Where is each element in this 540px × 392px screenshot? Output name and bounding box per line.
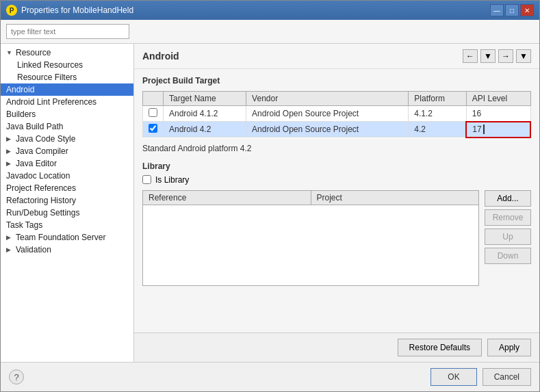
sidebar-item-refactoring[interactable]: Refactoring History — [1, 194, 133, 207]
lib-col-reference: Reference — [143, 191, 311, 205]
sidebar-item-validation[interactable]: ▶ Validation — [1, 244, 133, 256]
sidebar-item-resource-filters[interactable]: Resource Filters — [1, 71, 133, 83]
expand-icon: ▶ — [6, 246, 13, 253]
sidebar: ▼ Resource Linked Resources Resource Fil… — [1, 44, 134, 362]
is-library-label: Is Library — [155, 175, 189, 185]
std-platform-text: Standard Android platform 4.2 — [142, 144, 531, 153]
restore-defaults-button[interactable]: Restore Defaults — [398, 339, 482, 356]
row2-checkbox[interactable] — [149, 124, 157, 133]
col-platform: Platform — [409, 92, 467, 106]
sidebar-item-task-tags[interactable]: Task Tags — [1, 219, 133, 231]
row2-api: 17 — [466, 122, 530, 138]
sidebar-item-project-references[interactable]: Project References — [1, 182, 133, 194]
close-button[interactable]: ✕ — [520, 4, 534, 16]
lib-table-body — [143, 205, 478, 285]
row1-checkbox[interactable] — [149, 108, 157, 117]
row1-api: 16 — [466, 106, 530, 122]
row2-platform: 4.2 — [409, 122, 467, 138]
row1-vendor: Android Open Source Project — [246, 106, 409, 122]
filter-bar — [1, 20, 539, 44]
nav-forward-button[interactable]: → — [498, 49, 513, 63]
expand-icon: ▶ — [6, 234, 13, 241]
filter-input[interactable] — [6, 24, 129, 39]
table-row[interactable]: Android 4.2 Android Open Source Project … — [143, 122, 531, 138]
expand-icon: ▶ — [6, 148, 13, 155]
library-table: Reference Project — [142, 190, 479, 286]
build-target-table: Target Name Vendor Platform API Level — [142, 91, 531, 138]
window-title: Properties for MobileHandHeld — [21, 5, 133, 15]
expand-icon: ▶ — [6, 135, 13, 142]
sidebar-item-resource[interactable]: ▼ Resource — [1, 47, 133, 59]
window-icon: P — [6, 5, 17, 16]
table-row[interactable]: Android 4.1.2 Android Open Source Projec… — [143, 106, 531, 122]
col-target-name: Target Name — [164, 92, 246, 106]
panel-header: Android ← ▼ → ▼ — [134, 44, 539, 69]
library-section: Library Is Library Reference Project — [142, 161, 531, 286]
panel-body: Project Build Target Target Name Vendor … — [134, 69, 539, 332]
properties-window: P Properties for MobileHandHeld ― □ ✕ ▼ … — [0, 0, 540, 392]
library-title: Library — [142, 161, 531, 171]
nav-dropdown-button[interactable]: ▼ — [480, 49, 496, 63]
col-vendor: Vendor — [246, 92, 409, 106]
col-api-level: API Level — [466, 92, 530, 106]
row1-platform: 4.1.2 — [409, 106, 467, 122]
add-button[interactable]: Add... — [485, 190, 531, 207]
sidebar-item-javadoc[interactable]: Javadoc Location — [1, 170, 133, 182]
up-button[interactable]: Up — [485, 228, 531, 245]
sidebar-item-team-foundation[interactable]: ▶ Team Foundation Server — [1, 231, 133, 244]
right-panel: Android ← ▼ → ▼ Project Build Target — [134, 44, 539, 362]
nav-menu-button[interactable]: ▼ — [516, 49, 531, 63]
remove-button[interactable]: Remove — [485, 209, 531, 226]
cursor — [483, 125, 490, 134]
help-icon[interactable]: ? — [9, 369, 24, 384]
sidebar-item-java-code-style[interactable]: ▶ Java Code Style — [1, 133, 133, 145]
sidebar-item-java-editor[interactable]: ▶ Java Editor — [1, 157, 133, 170]
maximize-button[interactable]: □ — [505, 4, 519, 16]
library-table-area: Reference Project Add... Remove Up Down — [142, 190, 531, 286]
nav-back-button[interactable]: ← — [463, 49, 478, 63]
row2-target-name: Android 4.2 — [164, 122, 246, 138]
sidebar-item-java-compiler[interactable]: ▶ Java Compiler — [1, 145, 133, 157]
sidebar-item-builders[interactable]: Builders — [1, 108, 133, 120]
col-check — [143, 92, 164, 106]
sidebar-item-run-debug[interactable]: Run/Debug Settings — [1, 207, 133, 219]
row2-vendor: Android Open Source Project — [246, 122, 409, 138]
ok-button[interactable]: OK — [430, 368, 476, 386]
title-bar: P Properties for MobileHandHeld ― □ ✕ — [1, 1, 539, 20]
is-library-checkbox[interactable] — [142, 175, 151, 184]
down-button[interactable]: Down — [485, 248, 531, 264]
expand-icon: ▶ — [6, 160, 13, 167]
row2-checkbox-cell[interactable] — [143, 122, 164, 138]
lib-buttons: Add... Remove Up Down — [485, 190, 531, 286]
build-target-title: Project Build Target — [142, 76, 531, 86]
sidebar-item-linked-resources[interactable]: Linked Resources — [1, 59, 133, 71]
expand-icon: ▼ — [6, 49, 13, 56]
sidebar-item-java-build-path[interactable]: Java Build Path — [1, 120, 133, 133]
content-area: ▼ Resource Linked Resources Resource Fil… — [1, 20, 539, 362]
minimize-button[interactable]: ― — [490, 4, 504, 16]
sidebar-item-android[interactable]: Android — [1, 83, 133, 96]
sidebar-item-android-lint[interactable]: Android Lint Preferences — [1, 96, 133, 108]
row1-target-name: Android 4.1.2 — [164, 106, 246, 122]
main-content: ▼ Resource Linked Resources Resource Fil… — [1, 44, 539, 362]
lib-col-project: Project — [311, 191, 479, 205]
dialog-bottom: ? OK Cancel — [1, 362, 539, 391]
is-library-row: Is Library — [142, 175, 531, 185]
row1-checkbox-cell[interactable] — [143, 106, 164, 122]
panel-title: Android — [142, 51, 179, 62]
bottom-action-bar: Restore Defaults Apply — [134, 332, 539, 362]
apply-button[interactable]: Apply — [487, 339, 531, 356]
cancel-button[interactable]: Cancel — [483, 368, 531, 386]
